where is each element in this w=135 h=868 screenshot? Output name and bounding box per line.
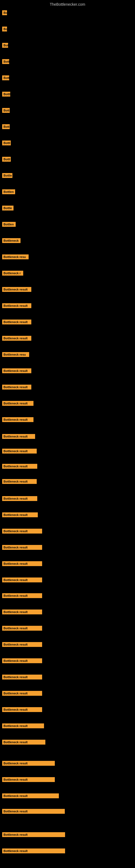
list-item: Bottleneck result	[0, 758, 135, 769]
bottleneck-label: Bottleneck result	[2, 691, 42, 696]
list-item: Bottlen	[0, 219, 135, 229]
bottleneck-label: Bottleneck result	[2, 809, 65, 814]
list-item: Bottleneck result	[0, 558, 135, 569]
list-item: Bott	[0, 56, 135, 67]
bottleneck-label: Bottleneck result	[2, 464, 37, 469]
bottleneck-label: Bottleneck result	[2, 434, 35, 439]
bottleneck-label: Bo	[2, 27, 7, 31]
list-item: Bottleneck r	[0, 268, 135, 278]
list-item: Bo	[0, 24, 135, 34]
list-item: Bottleneck result	[0, 542, 135, 553]
bottleneck-label: Bottleneck result	[2, 529, 42, 533]
bottleneck-label: Bottleneck result	[2, 448, 37, 454]
list-item: Bottl	[0, 154, 135, 164]
bottleneck-label: Bottleneck result	[2, 513, 38, 517]
bottleneck-label: Bottleneck result	[2, 593, 42, 598]
list-item: Bottleneck result	[0, 623, 135, 633]
bottleneck-label: Bo	[2, 10, 7, 15]
bottleneck-label: Bottleneck result	[2, 723, 44, 728]
bottleneck-label: Bottleneck result	[2, 848, 65, 854]
list-item: Bottle	[0, 203, 135, 213]
bottleneck-label: Bottleneck result	[2, 707, 42, 712]
list-item: Bottleneck result	[0, 333, 135, 343]
list-item: Bottleneck result	[0, 737, 135, 747]
bottleneck-label: Bottleneck result	[2, 319, 31, 324]
list-item: Bottleneck resu	[0, 349, 135, 360]
bottleneck-label: Bottlen	[2, 222, 16, 227]
bottleneck-label: Bott	[2, 59, 9, 64]
bottleneck-label: Bottle	[2, 206, 13, 211]
list-item: Bottle	[0, 170, 135, 181]
list-item: Bot	[0, 40, 135, 51]
bottleneck-label: Bottleneck result	[2, 561, 42, 566]
bottleneck-label: Bott	[2, 108, 10, 113]
list-item: Bottleneck result	[0, 656, 135, 666]
bottleneck-label: Bott	[2, 124, 10, 129]
list-item: Bottleneck result	[0, 774, 135, 785]
bottleneck-label: Bottleneck result	[2, 832, 65, 837]
bottleneck-label: Bottleneck result	[2, 401, 34, 406]
bottleneck-label: Bottleneck result	[2, 794, 59, 798]
list-item: Bottleneck result	[0, 607, 135, 617]
bottleneck-label: Bottleneck result	[2, 417, 34, 422]
bottleneck-label: Bottleneck result	[2, 368, 31, 373]
list-item: Bottleneck result	[0, 398, 135, 408]
list-item: Bottleneck result	[0, 590, 135, 601]
bottleneck-label: Bottleneck result	[2, 642, 42, 647]
list-item: Bottl	[0, 89, 135, 99]
list-item: Bottlen	[0, 187, 135, 197]
list-item: Bottleneck result	[0, 284, 135, 294]
bottleneck-label: Bottl	[2, 157, 11, 162]
list-item: Bottleneck result	[0, 575, 135, 585]
bottleneck-label: Bottleneck result	[2, 496, 37, 501]
bottleneck-label: Bottleneck result	[2, 761, 55, 766]
bottleneck-label: Bott	[2, 75, 9, 80]
bottleneck-label: Bottlen	[2, 189, 15, 194]
list-item: Bottleneck resu	[0, 252, 135, 262]
bottleneck-label: Bottleneck result	[2, 384, 31, 390]
list-item: Bottleneck result	[0, 366, 135, 376]
bottleneck-label: Bottleneck result	[2, 479, 37, 484]
bottleneck-label: Bottleneck r	[2, 271, 23, 276]
list-item: Bottleneck result	[0, 446, 135, 456]
bottleneck-label: Bottleneck resu	[2, 254, 29, 259]
site-title: TheBottlenecker.com	[0, 0, 135, 8]
list-item: Bottleneck result	[0, 301, 135, 311]
list-item: Bottleneck result	[0, 830, 135, 840]
list-item: Bottleneck result	[0, 688, 135, 699]
list-item: Bottleneck result	[0, 476, 135, 487]
list-item: Bott	[0, 122, 135, 132]
list-item: Bottleneck result	[0, 639, 135, 650]
list-item: Bottleneck result	[0, 672, 135, 682]
list-item: Bottl	[0, 138, 135, 148]
list-item: Bottleneck result	[0, 510, 135, 520]
bottleneck-label: Bottl	[2, 92, 10, 97]
bottleneck-label: Bottleneck result	[2, 626, 42, 631]
list-item: Bottleneck result	[0, 846, 135, 856]
list-item: Bott	[0, 73, 135, 83]
list-item: Bottleneck result	[0, 493, 135, 504]
bottleneck-label: Bottleneck result	[2, 578, 42, 582]
list-item: Bottleneck result	[0, 721, 135, 731]
bottleneck-label: Bottleneck result	[2, 777, 55, 782]
bottleneck-label: Bottleneck result	[2, 303, 31, 308]
bottleneck-label: Bottleneck resu	[2, 352, 29, 357]
bottleneck-label: Bottleneck result	[2, 740, 45, 745]
list-item: Bottleneck result	[0, 705, 135, 715]
list-item: Bottleneck result	[0, 431, 135, 442]
list-item: Bottleneck	[0, 236, 135, 246]
bottleneck-label: Bottl	[2, 141, 11, 145]
list-item: Bott	[0, 105, 135, 116]
bottleneck-label: Bottleneck	[2, 238, 20, 243]
bottleneck-label: Bottleneck result	[2, 545, 42, 550]
bottleneck-label: Bottleneck result	[2, 610, 42, 614]
bottleneck-label: Bottleneck result	[2, 287, 31, 292]
list-item: Bottleneck result	[0, 526, 135, 536]
list-item: Bottleneck result	[0, 791, 135, 801]
list-item: Bottleneck result	[0, 806, 135, 816]
list-item: Bottleneck result	[0, 414, 135, 425]
list-item: Bo	[0, 8, 135, 18]
bottleneck-label: Bottleneck result	[2, 658, 42, 663]
bottleneck-label: Bottleneck result	[2, 675, 42, 680]
list-item: Bottleneck result	[0, 317, 135, 327]
